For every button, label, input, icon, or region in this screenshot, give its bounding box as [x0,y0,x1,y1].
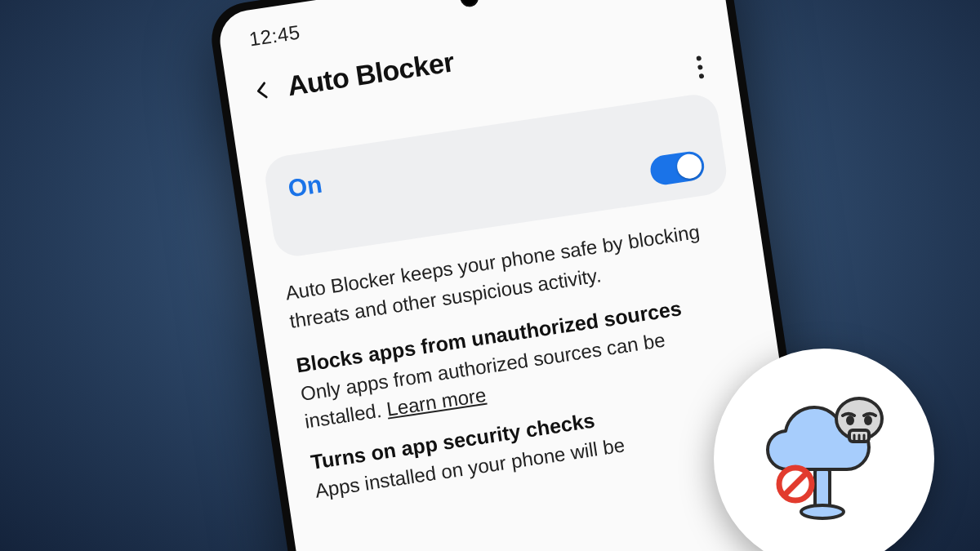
threat-badge [714,349,934,551]
master-toggle-switch[interactable] [648,149,706,186]
svg-rect-0 [815,469,830,507]
svg-point-7 [864,415,872,425]
svg-point-1 [801,505,844,518]
more-options-icon[interactable] [691,50,710,84]
status-time: 12:45 [247,21,301,51]
cloud-threat-blocked-icon [746,381,902,536]
background: 12:45 Auto Blocker On [0,0,980,551]
screen-content: 12:45 Auto Blocker On [216,0,795,537]
back-icon[interactable] [251,78,275,103]
toggle-state-label: On [286,171,323,203]
svg-point-6 [846,415,854,425]
